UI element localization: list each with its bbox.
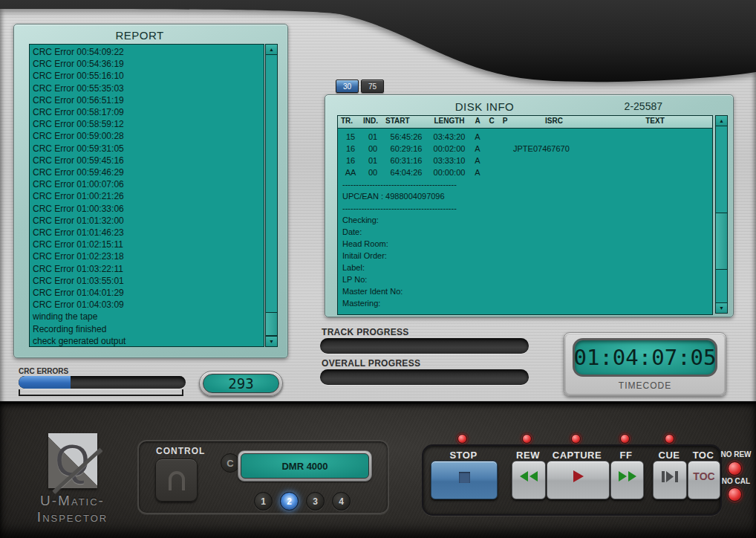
stop-icon <box>459 472 470 483</box>
timecode-value: 01:04:07:05 <box>573 345 716 370</box>
branding: Q U-Matic- Inspector <box>22 433 123 525</box>
field-label: Date: <box>338 226 712 238</box>
report-item: CRC Error 01:00:07:06 <box>33 178 264 190</box>
report-item: CRC Error 01:04:03:09 <box>33 299 264 311</box>
toc-label: TOC <box>693 450 714 461</box>
report-item: CRC Error 01:01:46:23 <box>33 227 264 239</box>
report-scrollbar[interactable]: ▲ ▼ <box>265 44 278 347</box>
timecode-display-unit: 01:04:07:05 TIMECODE <box>564 332 726 396</box>
device-lcd: DMR 4000 <box>238 450 372 482</box>
track-row: 160060:29:1600:02:00AJPTE07467670 <box>338 143 712 155</box>
report-scroll-thumb[interactable] <box>266 312 277 336</box>
disk-info-title-row: DISK INFO 2-25587 <box>325 100 733 114</box>
report-item: CRC Error 00:59:31:05 <box>33 143 264 155</box>
capture-label: CAPTURE <box>553 450 602 461</box>
separator-line: ----------------------------------------… <box>338 202 712 214</box>
track-row: 160160:31:1603:33:10A <box>338 155 712 166</box>
tape-length-switch: 30 75 <box>336 80 384 93</box>
no-rew-label: NO REW <box>716 450 756 458</box>
channel-3-button[interactable]: 3 <box>306 492 325 511</box>
crc-errors-fill <box>19 376 71 389</box>
report-item: CRC Error 00:55:16:10 <box>33 70 264 82</box>
scroll-up-icon[interactable]: ▲ <box>716 116 727 126</box>
cue-button[interactable] <box>653 461 687 499</box>
device-name: DMR 4000 <box>241 453 369 479</box>
brand-line-2: Inspector <box>22 509 123 525</box>
scroll-down-icon[interactable]: ▼ <box>266 336 277 346</box>
ff-led <box>620 434 630 444</box>
disk-scroll-thumb[interactable] <box>716 213 727 270</box>
field-label: LP No: <box>338 273 712 285</box>
report-panel: REPORT CRC Error 00:54:09:22 CRC Error 0… <box>13 24 288 358</box>
channel-1-button[interactable]: 1 <box>254 492 273 511</box>
capture-led <box>571 434 581 444</box>
brand-line-1: U-Matic- <box>22 493 123 509</box>
cue-label: CUE <box>659 450 680 461</box>
stop-button[interactable] <box>431 461 498 499</box>
field-label: Label: <box>338 262 712 273</box>
col-text: TEXT <box>598 117 712 127</box>
track-row: 150156:45:2603:43:20A <box>338 131 712 143</box>
control-group: CONTROL C DMR 4000 1 2 3 4 <box>137 440 389 514</box>
field-label: Initail Order: <box>338 250 712 262</box>
toc-button-text: TOC <box>693 470 714 482</box>
channel-4-button[interactable]: 4 <box>332 492 351 511</box>
separator-line: ----------------------------------------… <box>338 178 712 190</box>
col-tr: TR. <box>341 117 360 127</box>
report-item: CRC Error 00:54:36:19 <box>33 58 264 70</box>
disk-info-title: DISK INFO <box>325 100 644 113</box>
timecode-lcd: 01:04:07:05 <box>573 338 717 377</box>
report-item: CRC Error 00:56:51:19 <box>33 94 264 106</box>
rewind-icon <box>520 471 538 482</box>
report-item: CRC Error 01:03:55:01 <box>33 275 264 287</box>
field-label: Head Room: <box>338 238 712 250</box>
report-item: CRC Error 00:59:46:29 <box>33 166 264 178</box>
report-item: CRC Error 01:02:15:11 <box>33 239 264 250</box>
disk-scrollbar[interactable]: ▲ ▼ <box>715 115 728 314</box>
disk-table-header: TR. IND. START LENGTH A C P ISRC TEXT <box>338 116 712 129</box>
transport-group: STOP REW CAPTURE FF CUE TOC <box>422 444 722 516</box>
fast-forward-icon <box>619 471 636 482</box>
scroll-down-icon[interactable]: ▼ <box>716 302 727 313</box>
field-label: Mastering: <box>338 297 712 309</box>
rew-led <box>522 434 532 444</box>
bottom-deck: Q U-Matic- Inspector CONTROL C DMR 4000 … <box>0 401 756 538</box>
channel-2-button[interactable]: 2 <box>280 492 299 511</box>
report-item: check generated output <box>33 335 264 347</box>
channel-selector: 1 2 3 4 <box>254 492 351 511</box>
disk-table-body: 150156:45:2603:43:20A 160060:29:1600:02:… <box>338 129 712 309</box>
col-isrc: ISRC <box>513 117 595 127</box>
timecode-label: TIMECODE <box>564 380 726 391</box>
tape-length-75-button[interactable]: 75 <box>361 80 384 93</box>
report-item: CRC Error 01:03:22:11 <box>33 263 264 275</box>
ff-button[interactable] <box>610 461 644 499</box>
rew-button[interactable] <box>512 461 546 499</box>
col-a: A <box>472 117 483 127</box>
report-item: CRC Error 01:00:21:26 <box>33 190 264 202</box>
report-title: REPORT <box>14 29 265 42</box>
cue-icon <box>662 471 678 482</box>
report-item: CRC Error 01:00:33:06 <box>33 203 264 215</box>
control-label: CONTROL <box>156 446 205 456</box>
crc-errors-bar <box>19 376 186 389</box>
disk-id: 2-25587 <box>625 100 662 112</box>
cue-led <box>665 434 674 444</box>
no-cal-label: NO CAL <box>716 477 756 485</box>
tape-length-30-button[interactable]: 30 <box>336 80 359 93</box>
crc-errors-label: CRC ERRORS <box>19 367 68 375</box>
report-item: CRC Error 00:59:45:16 <box>33 155 264 166</box>
control-button[interactable] <box>155 458 198 502</box>
crc-errors-scale <box>19 389 183 396</box>
track-progress-bar <box>320 338 529 354</box>
col-p: P <box>500 117 510 127</box>
report-item: winding the tape <box>33 311 264 323</box>
capture-button[interactable] <box>547 461 610 499</box>
overall-progress-bar <box>320 369 529 385</box>
disk-table: TR. IND. START LENGTH A C P ISRC TEXT 15… <box>337 115 713 315</box>
track-row: AA0064:04:2600:00:00A <box>338 166 712 178</box>
u-matic-inspector-app: REPORT CRC Error 00:54:09:22 CRC Error 0… <box>0 0 756 538</box>
report-item: CRC Error 00:59:00:28 <box>33 130 264 142</box>
upc-ean-line: UPC/EAN : 4988004097096 <box>338 190 712 202</box>
scroll-up-icon[interactable]: ▲ <box>266 45 277 55</box>
stop-label: STOP <box>449 450 477 461</box>
